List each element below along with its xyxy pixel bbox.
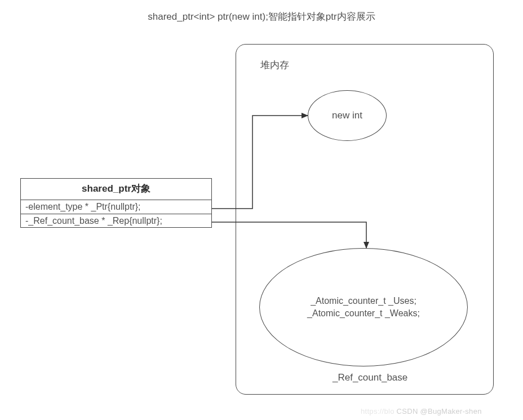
ref-count-uses: _Atomic_counter_t _Uses; (307, 295, 420, 307)
ref-count-base-label: _Ref_count_base (333, 372, 407, 383)
shared-ptr-object-box: shared_ptr对象 -element_type * _Ptr{nullpt… (20, 178, 212, 228)
watermark-text: CSDN @BugMaker-shen (397, 407, 482, 415)
shared-ptr-field-ptr: -element_type * _Ptr{nullptr}; (21, 200, 211, 214)
new-int-node: new int (308, 90, 387, 141)
shared-ptr-title: shared_ptr对象 (21, 179, 211, 200)
diagram-title: shared_ptr<int> ptr(new int);智能指针对象ptr内容… (0, 10, 523, 23)
shared-ptr-field-rep: -_Ref_count_base * _Rep{nullptr}; (21, 214, 211, 228)
shared-ptr-body: -element_type * _Ptr{nullptr}; -_Ref_cou… (21, 200, 211, 227)
watermark-ghost: https://blo (361, 407, 395, 415)
new-int-text: new int (332, 109, 362, 122)
ref-count-base-node: _Atomic_counter_t _Uses; _Atomic_counter… (259, 248, 468, 366)
heap-memory-label: 堆内存 (260, 59, 289, 72)
watermark: https://blo CSDN @BugMaker-shen (361, 407, 482, 415)
ref-count-weaks: _Atomic_counter_t _Weaks; (307, 307, 420, 320)
ref-count-base-body: _Atomic_counter_t _Uses; _Atomic_counter… (307, 295, 420, 319)
